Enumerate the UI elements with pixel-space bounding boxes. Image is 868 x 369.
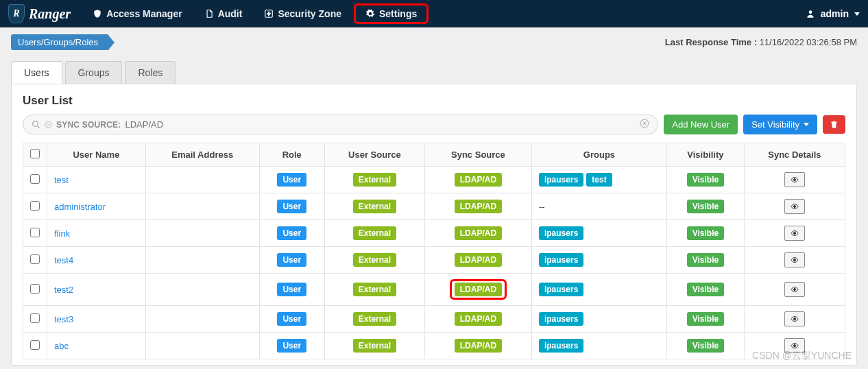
sync-details-button[interactable] xyxy=(784,199,805,214)
user-source-badge: External xyxy=(353,226,396,240)
row-checkbox[interactable] xyxy=(30,254,40,264)
eye-icon xyxy=(789,176,800,184)
sync-source-badge: LDAP/AD xyxy=(455,200,502,213)
search-input[interactable]: SYNC SOURCE: LDAP/AD xyxy=(23,115,658,134)
nav-label: Security Zone xyxy=(278,8,341,19)
delete-button[interactable] xyxy=(823,115,845,134)
role-badge: User xyxy=(277,312,306,326)
nav-settings[interactable]: Settings xyxy=(354,3,429,24)
col-groups: Groups xyxy=(531,143,666,167)
toolbar: SYNC SOURCE: LDAP/AD Add New User Set Vi… xyxy=(23,115,845,134)
panel: User List SYNC SOURCE: LDAP/AD Add New U… xyxy=(11,84,857,366)
visibility-badge: Visible xyxy=(687,312,724,326)
svg-point-11 xyxy=(793,345,795,347)
username-link[interactable]: test xyxy=(54,175,69,185)
col-select xyxy=(23,143,47,167)
select-all-checkbox[interactable] xyxy=(30,149,40,158)
row-checkbox[interactable] xyxy=(30,201,40,211)
nav-label: Access Manager xyxy=(106,8,182,19)
group-badge[interactable]: ipausers xyxy=(539,339,583,353)
breadcrumb-label: Users/Groups/Roles xyxy=(11,34,108,50)
gear-icon xyxy=(365,9,375,19)
group-badge[interactable]: ipausers xyxy=(539,173,583,187)
role-badge: User xyxy=(277,173,306,187)
groups-cell: ipausers xyxy=(531,220,666,247)
svg-point-8 xyxy=(793,259,795,261)
search-tag-label: SYNC SOURCE: xyxy=(56,120,121,130)
groups-cell: ipausers xyxy=(531,333,666,359)
col-visibility: Visibility xyxy=(666,143,744,167)
page-title: User List xyxy=(23,94,845,108)
row-checkbox[interactable] xyxy=(30,313,40,323)
col-sync-source: Sync Source xyxy=(424,143,531,167)
table-row: testUserExternalLDAP/ADipauserstestVisib… xyxy=(23,167,845,193)
sync-details-button[interactable] xyxy=(784,311,805,326)
group-badge[interactable]: ipausers xyxy=(539,283,583,296)
watermark: CSDN @云掣YUNCHE xyxy=(752,350,852,362)
tag-clear-icon[interactable] xyxy=(45,121,52,128)
group-badge[interactable]: ipausers xyxy=(539,226,583,240)
shield-icon xyxy=(93,9,102,19)
sync-source-badge: LDAP/AD xyxy=(455,226,502,240)
sync-details-button[interactable] xyxy=(784,252,805,267)
nav-user-label: admin xyxy=(821,8,849,19)
group-badge[interactable]: test xyxy=(586,173,612,187)
row-checkbox[interactable] xyxy=(30,340,40,350)
eye-icon xyxy=(789,229,800,237)
visibility-badge: Visible xyxy=(687,339,724,353)
nav-user-menu[interactable]: admin xyxy=(806,8,860,19)
username-link[interactable]: administrator xyxy=(54,202,106,212)
visibility-badge: Visible xyxy=(687,253,724,267)
set-visibility-button[interactable]: Set Visibility xyxy=(743,115,817,134)
set-visibility-label: Set Visibility xyxy=(751,119,799,130)
email-cell xyxy=(145,274,259,306)
nav-label: Settings xyxy=(379,8,417,19)
breadcrumb[interactable]: Users/Groups/Roles xyxy=(11,34,108,50)
role-badge: User xyxy=(277,283,306,296)
username-link[interactable]: test4 xyxy=(54,255,73,265)
sync-details-button[interactable] xyxy=(784,172,805,187)
username-link[interactable]: abc xyxy=(54,341,69,351)
username-link[interactable]: test3 xyxy=(54,314,73,324)
username-link[interactable]: flink xyxy=(54,228,70,239)
tab-groups[interactable]: Groups xyxy=(65,61,123,84)
clear-all-icon[interactable] xyxy=(640,119,649,130)
email-cell xyxy=(145,333,259,359)
group-badge[interactable]: ipausers xyxy=(539,312,583,326)
bolt-box-icon xyxy=(264,9,274,19)
col-sync-details: Sync Details xyxy=(744,143,845,167)
group-badge[interactable]: ipausers xyxy=(539,253,583,267)
add-new-user-button[interactable]: Add New User xyxy=(664,115,738,134)
user-source-badge: External xyxy=(353,253,396,267)
sync-details-button[interactable] xyxy=(784,226,805,241)
user-source-badge: External xyxy=(353,283,396,296)
nav-items: Access Manager Audit Security Zone Setti… xyxy=(83,3,806,24)
col-email: Email Address xyxy=(145,143,259,167)
tab-users[interactable]: Users xyxy=(11,61,62,84)
table-header-row: User Name Email Address Role User Source… xyxy=(23,143,845,167)
nav-security-zone[interactable]: Security Zone xyxy=(254,4,351,23)
svg-point-10 xyxy=(793,318,795,320)
svg-point-9 xyxy=(793,289,795,291)
row-checkbox[interactable] xyxy=(30,228,40,237)
subbar: Users/Groups/Roles Last Response Time : … xyxy=(0,27,868,54)
row-checkbox[interactable] xyxy=(30,174,40,184)
col-role: Role xyxy=(259,143,324,167)
last-response-prefix: Last Response Time : xyxy=(665,37,757,47)
row-checkbox[interactable] xyxy=(30,284,40,294)
groups-cell: ipauserstest xyxy=(531,167,666,193)
username-link[interactable]: test2 xyxy=(54,285,73,295)
nav-audit[interactable]: Audit xyxy=(195,4,252,23)
groups-cell: ipausers xyxy=(531,306,666,333)
tabs: Users Groups Roles xyxy=(11,61,857,84)
tab-roles[interactable]: Roles xyxy=(125,61,176,84)
sync-details-button[interactable] xyxy=(784,282,805,297)
visibility-badge: Visible xyxy=(687,283,724,296)
brand[interactable]: R Ranger xyxy=(8,4,71,23)
table-row: test2UserExternalLDAP/ADipausersVisible xyxy=(23,274,845,306)
email-cell xyxy=(145,193,259,220)
eye-icon xyxy=(789,315,800,323)
email-cell xyxy=(145,306,259,333)
nav-access-manager[interactable]: Access Manager xyxy=(83,4,192,23)
table-row: abcUserExternalLDAP/ADipausersVisible xyxy=(23,333,845,359)
